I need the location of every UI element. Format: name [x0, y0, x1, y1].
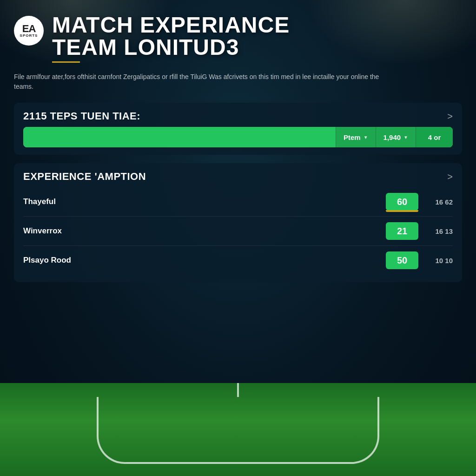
title-underline [52, 61, 80, 63]
action-label: 4 or [428, 133, 441, 141]
experience-row-1[interactable]: Thayeful 60 16 62 [23, 187, 453, 217]
row-2-right: 21 16 13 [386, 222, 453, 240]
experience-panel: EXPERIENCE 'AMPTION > Thayeful 60 16 62 … [14, 163, 462, 282]
value-label: 1,940 [383, 133, 401, 141]
row-1-right: 60 16 62 [386, 193, 453, 211]
selector-row: Ptem ▼ 1,940 ▼ 4 or [23, 127, 453, 147]
action-button[interactable]: 4 or [416, 127, 453, 147]
value-arrow-icon: ▼ [403, 135, 408, 140]
experience-panel-chevron[interactable]: > [447, 172, 453, 182]
ea-logo-text: EA [22, 24, 36, 34]
row-2-record: 16 13 [425, 227, 453, 235]
row-1-score-badge: 60 [386, 193, 418, 211]
row-2-score-badge: 21 [386, 222, 418, 240]
row-2-score: 21 [397, 226, 407, 237]
row-1-score: 60 [397, 197, 407, 207]
header: EA SPORTS MATCH EXPERIANCE TEAM LONITUD3 [14, 14, 462, 63]
top-panel: 2115 TEPS TUEN TIAE: > Ptem ▼ 1,940 ▼ 4 … [14, 103, 462, 155]
main-content: EA SPORTS MATCH EXPERIANCE TEAM LONITUD3… [0, 0, 476, 476]
experience-row-2[interactable]: Winverrox 21 16 13 [23, 217, 453, 246]
description-text: File armlfour ater,fors ofthisit carnfon… [14, 72, 395, 92]
row-3-record: 10 10 [425, 257, 453, 264]
row-3-right: 50 10 10 [386, 251, 453, 269]
ea-sports-logo: EA SPORTS [14, 16, 44, 46]
row-2-label: Winverrox [23, 226, 62, 236]
sports-logo-text: SPORTS [20, 34, 38, 38]
row-1-label: Thayeful [23, 197, 56, 206]
selector-fill [23, 127, 336, 147]
experience-panel-title: EXPERIENCE 'AMPTION [23, 171, 146, 183]
row-1-record: 16 62 [425, 198, 453, 206]
row-3-score: 50 [397, 255, 407, 266]
experience-row-3[interactable]: Plsayo Rood 50 10 10 [23, 246, 453, 275]
page-title-block: MATCH EXPERIANCE TEAM LONITUD3 [52, 14, 290, 63]
dropdown-arrow-icon: ▼ [364, 135, 368, 140]
row-3-score-badge: 50 [386, 251, 418, 269]
top-panel-header: 2115 TEPS TUEN TIAE: > [23, 110, 453, 122]
top-panel-chevron[interactable]: > [447, 111, 453, 122]
dropdown-label: Ptem [344, 133, 361, 141]
page-title-line1: MATCH EXPERIANCE [52, 14, 290, 36]
row-3-label: Plsayo Rood [23, 256, 71, 265]
dropdown-selector[interactable]: Ptem ▼ [336, 127, 376, 147]
experience-panel-header: EXPERIENCE 'AMPTION > [23, 171, 453, 183]
top-panel-title: 2115 TEPS TUEN TIAE: [23, 110, 140, 122]
value-selector[interactable]: 1,940 ▼ [376, 127, 416, 147]
page-title-line2: TEAM LONITUD3 [52, 36, 290, 59]
